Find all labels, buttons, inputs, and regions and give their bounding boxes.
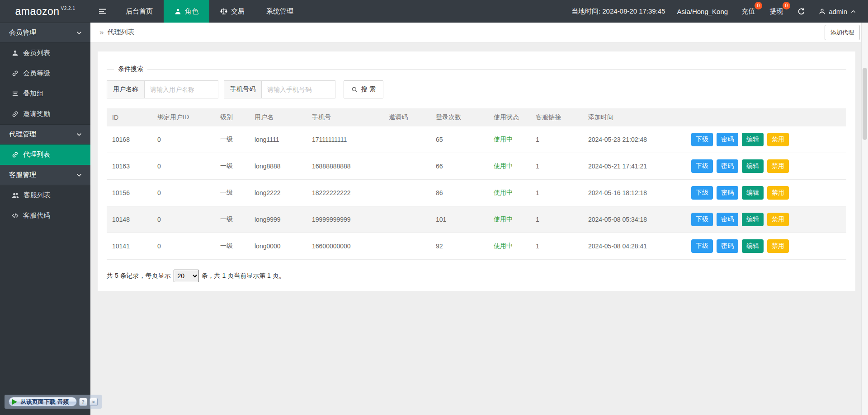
password-button[interactable]: 密码 [717,239,738,253]
edit-button[interactable]: 编辑 [742,239,764,253]
page-size-select[interactable]: 20 [174,270,199,282]
sidebar-section-label: 代理管理 [9,130,36,139]
sidebar-item[interactable]: 叠加组 [0,84,90,104]
cell-bind-user-id: 0 [152,153,215,180]
cell-level: 一级 [215,153,249,180]
user-icon [819,8,826,15]
add-agent-button[interactable]: 添加代理 [825,25,860,40]
cell-id: 10148 [107,206,152,233]
top-menu-item[interactable]: 系统管理 [255,0,304,23]
user-menu[interactable]: admin [819,8,856,15]
password-button[interactable]: 密码 [717,213,738,226]
disable-button[interactable]: 禁用 [767,159,789,173]
sidebar-item[interactable]: 会员列表 [0,43,90,63]
sidebar-section-label: 会员管理 [9,28,36,37]
sub-agent-button[interactable]: 下级 [691,133,713,146]
sidebar-item[interactable]: 客服代码 [0,205,90,226]
sidebar-section-label: 客服管理 [9,171,36,179]
sidebar-item[interactable]: 客服列表 [0,185,90,205]
sidebar-item[interactable]: 会员等级 [0,63,90,84]
table-row: 101630一级long88881688888888866使用中12024-05… [107,153,846,180]
edit-button[interactable]: 编辑 [742,133,764,146]
edit-button[interactable]: 编辑 [742,186,764,200]
sub-agent-button[interactable]: 下级 [691,159,713,173]
cell-id: 10163 [107,153,152,180]
sidebar-item-label: 客服列表 [24,191,51,200]
download-audio-label: 从该页面下载 音频 [20,398,69,406]
disable-button[interactable]: 禁用 [767,213,789,226]
column-header: 客服链接 [530,108,583,126]
cell-status: 使用中 [488,153,530,180]
download-help-button[interactable]: ? [79,398,87,406]
cell-level: 一级 [215,126,249,153]
cell-username: long9999 [249,206,307,233]
sidebar-item[interactable]: 邀请奖励 [0,104,90,124]
cell-phone: 17111111111 [307,126,383,153]
password-button[interactable]: 密码 [717,186,738,200]
top-menu-item[interactable]: 后台首页 [115,0,164,23]
cell-actions: 下级密码编辑禁用 [682,126,846,153]
top-bar-right: 当地时间: 2024-08-20 17:39:45 Asia/Hong_Kong… [571,0,868,23]
recharge-link[interactable]: 充值 0 [741,7,755,16]
sub-agent-button[interactable]: 下级 [691,186,713,200]
cell-created: 2024-05-21 17:41:21 [583,153,682,180]
download-audio-button[interactable]: 从该页面下载 音频 [9,397,77,406]
edit-button[interactable]: 编辑 [742,159,764,173]
person-icon [175,8,181,15]
sidebar-item-label: 会员列表 [23,49,50,57]
cell-service-link: 1 [530,126,583,153]
play-icon [12,399,17,405]
column-header: 登录次数 [430,108,488,126]
sidebar-item[interactable]: 代理列表 [0,145,90,165]
top-menu-item[interactable]: 交易 [209,0,255,23]
cell-service-link: 1 [530,180,583,206]
password-button[interactable]: 密码 [717,159,738,173]
cell-phone: 16888888888 [307,153,383,180]
edit-button[interactable]: 编辑 [742,213,764,226]
disable-button[interactable]: 禁用 [767,239,789,253]
code-icon [12,212,19,219]
download-close-button[interactable]: × [90,398,98,406]
phone-input[interactable] [262,81,335,98]
cell-actions: 下级密码编辑禁用 [682,180,846,206]
scrollbar-thumb[interactable] [863,68,867,140]
disable-button[interactable]: 禁用 [767,133,789,146]
refresh-icon[interactable] [797,8,805,15]
withdraw-label: 提现 [769,7,783,15]
link-icon [12,151,19,158]
chevron-down-icon [76,30,82,36]
column-header: ID [107,108,152,126]
withdraw-link[interactable]: 提现 0 [769,7,783,16]
content-card: 条件搜索 用户名称 手机号码 搜 索 ID绑定用户ID级 [98,51,855,291]
cell-invite-code [383,180,430,206]
sidebar-section-header[interactable]: 客服管理 [0,165,90,185]
column-header: 邀请码 [383,108,430,126]
cell-created: 2024-05-08 04:28:41 [583,233,682,260]
column-header: 手机号 [307,108,383,126]
sidebar-item-label: 会员等级 [23,69,50,78]
table-header-row: ID绑定用户ID级别用户名手机号邀请码登录次数使用状态客服链接添加时间 [107,108,846,126]
sidebar-section-header[interactable]: 代理管理 [0,124,90,145]
cell-phone: 19999999999 [307,206,383,233]
top-menu-item[interactable]: 角色 [164,0,209,23]
cell-created: 2024-05-08 05:34:18 [583,206,682,233]
recharge-badge: 0 [755,2,762,9]
cell-bind-user-id: 0 [152,233,215,260]
search-button[interactable]: 搜 索 [344,80,383,98]
local-time: 当地时间: 2024-08-20 17:39:45 [571,7,665,16]
users-icon [12,192,19,199]
hamburger-menu-icon[interactable] [90,0,115,23]
top-menu: 后台首页角色交易系统管理 [115,0,304,23]
pagination: 共 5 条记录，每页显示 20 条，共 1 页当前显示第 1 页。 [107,270,846,282]
scrollbar-track[interactable] [861,23,868,415]
sidebar-section-header[interactable]: 会员管理 [0,23,90,43]
withdraw-badge: 0 [783,2,790,9]
sub-agent-button[interactable]: 下级 [691,213,713,226]
sub-agent-button[interactable]: 下级 [691,239,713,253]
username-input[interactable] [145,81,218,98]
cell-actions: 下级密码编辑禁用 [682,153,846,180]
cell-actions: 下级密码编辑禁用 [682,206,846,233]
password-button[interactable]: 密码 [717,133,738,146]
disable-button[interactable]: 禁用 [767,186,789,200]
link-icon [12,111,19,117]
